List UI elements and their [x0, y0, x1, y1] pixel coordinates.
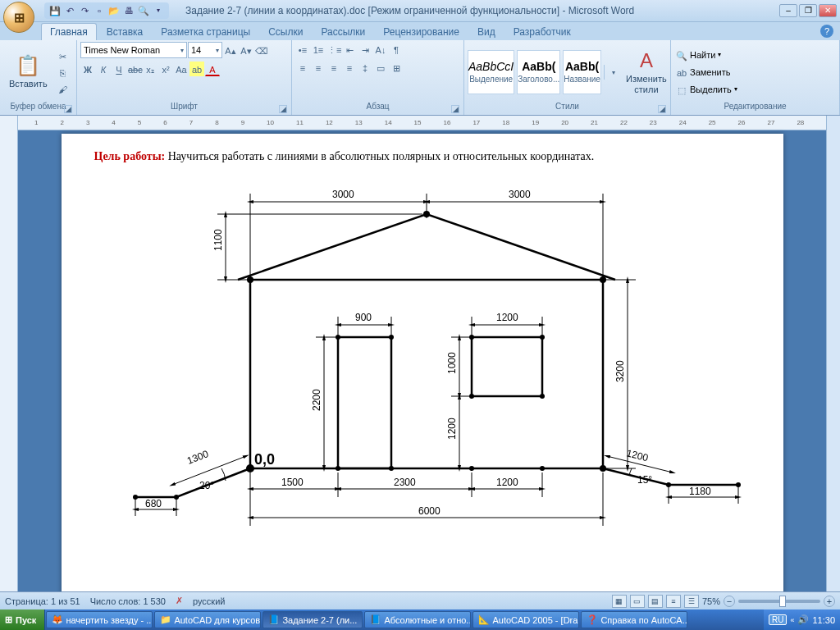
show-marks-icon[interactable]: ¶	[389, 42, 404, 57]
qat-save-icon[interactable]: 💾	[49, 5, 61, 16]
task-folder[interactable]: 📁AutoCAD для курсов	[154, 611, 261, 628]
indent-inc-icon[interactable]: ⇥	[358, 42, 372, 57]
tab-view[interactable]: Вид	[469, 24, 504, 40]
tray-expand-icon[interactable]: «	[790, 616, 794, 624]
tray-icon[interactable]: 🔊	[797, 614, 809, 625]
highlight-button[interactable]: ab	[189, 62, 204, 76]
qat-preview-icon[interactable]: 🔍	[138, 5, 149, 16]
task-firefox[interactable]: 🦊начертить звезду - ...	[46, 611, 153, 628]
status-page[interactable]: Страница: 1 из 51	[5, 596, 80, 606]
tab-insert[interactable]: Вставка	[98, 24, 152, 40]
style-emphasis[interactable]: AaBbCcIВыделение	[468, 50, 514, 94]
task-word-other[interactable]: 📘Абсолютные и отно...	[364, 611, 471, 628]
svg-text:1500: 1500	[281, 477, 304, 488]
view-outline[interactable]: ≡	[666, 595, 681, 608]
styles-more-icon[interactable]: ▾	[606, 65, 621, 80]
font-color-button[interactable]: A	[205, 62, 220, 76]
start-icon: ⊞	[5, 614, 12, 625]
numbering-icon[interactable]: 1≡	[311, 42, 326, 57]
shrink-font-icon[interactable]: A▾	[239, 43, 253, 57]
clipboard-launcher[interactable]: ◢	[64, 105, 72, 113]
subscript-button[interactable]: x₂	[143, 62, 158, 76]
zoom-in[interactable]: +	[824, 596, 835, 607]
select-button[interactable]: ⬚Выделить▾	[674, 82, 737, 97]
qat-dropdown-icon[interactable]: ▾	[153, 5, 164, 16]
underline-button[interactable]: Ч	[112, 62, 126, 76]
justify-icon[interactable]: ≡	[342, 60, 357, 75]
task-word-current[interactable]: 📘Задание 2-7 (ли...	[262, 611, 363, 628]
qat-open-icon[interactable]: 📂	[108, 5, 120, 16]
style-heading[interactable]: AaBb(Заголово...	[517, 50, 560, 94]
sort-icon[interactable]: A↓	[373, 42, 388, 57]
autocad-icon: 📐	[478, 614, 490, 625]
align-center-icon[interactable]: ≡	[311, 60, 326, 75]
office-button[interactable]	[3, 2, 34, 33]
paste-button[interactable]: 📋 Вставить	[3, 43, 53, 101]
format-painter-icon[interactable]: 🖌	[56, 81, 71, 96]
borders-icon[interactable]: ⊞	[389, 60, 404, 75]
task-help[interactable]: ❓Справка по AutoCA...	[581, 611, 687, 628]
view-web[interactable]: ▤	[648, 595, 663, 608]
document-scroll[interactable]: 1234567891011121314151617181920212223242…	[18, 116, 826, 591]
line-spacing-icon[interactable]: ‡	[358, 60, 372, 75]
change-case-button[interactable]: Aa	[174, 62, 189, 76]
cut-icon[interactable]: ✂	[56, 48, 71, 63]
view-full-screen[interactable]: ▭	[630, 595, 645, 608]
lang-indicator[interactable]: RU	[769, 614, 787, 625]
vertical-ruler[interactable]	[0, 116, 18, 591]
strike-button[interactable]: abc	[127, 62, 142, 76]
minimize-button[interactable]: –	[779, 4, 797, 17]
help-icon[interactable]: ?	[820, 25, 833, 38]
qat-new-icon[interactable]: ▫	[94, 5, 105, 16]
style-title[interactable]: AaBb(Название	[563, 50, 601, 94]
tab-mailings[interactable]: Рассылки	[313, 24, 373, 40]
tab-review[interactable]: Рецензирование	[375, 24, 468, 40]
find-button[interactable]: 🔍Найти▾	[674, 48, 737, 62]
zoom-level[interactable]: 75%	[702, 596, 720, 606]
close-button[interactable]: ✕	[819, 4, 837, 17]
copy-icon[interactable]: ⎘	[56, 65, 71, 80]
view-draft[interactable]: ☰	[684, 595, 699, 608]
zoom-slider[interactable]	[738, 600, 820, 603]
vertical-scrollbar[interactable]	[826, 116, 840, 591]
bullets-icon[interactable]: •≡	[295, 42, 310, 57]
align-left-icon[interactable]: ≡	[295, 60, 310, 75]
align-right-icon[interactable]: ≡	[326, 60, 341, 75]
qat-undo-icon[interactable]: ↶	[64, 5, 75, 16]
status-lang[interactable]: русский	[193, 596, 225, 606]
font-size-combo[interactable]: 14▾	[188, 42, 222, 58]
font-family-combo[interactable]: Times New Roman▾	[80, 42, 187, 58]
clock[interactable]: 11:30	[812, 615, 835, 625]
start-button[interactable]: ⊞Пуск	[0, 609, 45, 630]
styles-launcher[interactable]: ◢	[658, 105, 666, 113]
replace-button[interactable]: abЗаменить	[674, 65, 737, 80]
grow-font-icon[interactable]: A▴	[223, 43, 238, 57]
document-area: 1234567891011121314151617181920212223242…	[0, 116, 840, 591]
shading-icon[interactable]: ▭	[373, 60, 388, 75]
italic-button[interactable]: К	[96, 62, 111, 76]
view-print-layout[interactable]: ▦	[612, 595, 627, 608]
change-styles-button[interactable]: A Изменить стили	[623, 43, 669, 101]
horizontal-ruler[interactable]: 1234567891011121314151617181920212223242…	[18, 116, 826, 130]
maximize-button[interactable]: ❐	[799, 4, 817, 17]
font-launcher[interactable]: ◢	[279, 105, 287, 113]
qat-print-icon[interactable]: 🖶	[123, 5, 135, 16]
tab-developer[interactable]: Разработчик	[505, 24, 579, 40]
tab-references[interactable]: Ссылки	[260, 24, 311, 40]
task-autocad[interactable]: 📐AutoCAD 2005 - [Dra...	[472, 611, 579, 628]
paragraph-launcher[interactable]: ◢	[451, 105, 459, 113]
status-proof-icon[interactable]: ✗	[176, 596, 183, 606]
clear-format-icon[interactable]: ⌫	[254, 43, 269, 57]
svg-rect-0	[250, 280, 603, 468]
superscript-button[interactable]: x²	[158, 62, 173, 76]
tab-home[interactable]: Главная	[41, 23, 97, 40]
zoom-out[interactable]: −	[724, 596, 735, 607]
qat-redo-icon[interactable]: ↷	[79, 5, 90, 16]
status-words[interactable]: Число слов: 1 530	[90, 596, 166, 606]
tab-layout[interactable]: Разметка страницы	[153, 24, 258, 40]
multilevel-icon[interactable]: ⋮≡	[326, 42, 341, 57]
help-icon: ❓	[587, 614, 598, 625]
svg-rect-2	[472, 337, 542, 396]
bold-button[interactable]: Ж	[80, 62, 95, 76]
indent-dec-icon[interactable]: ⇤	[342, 42, 357, 57]
